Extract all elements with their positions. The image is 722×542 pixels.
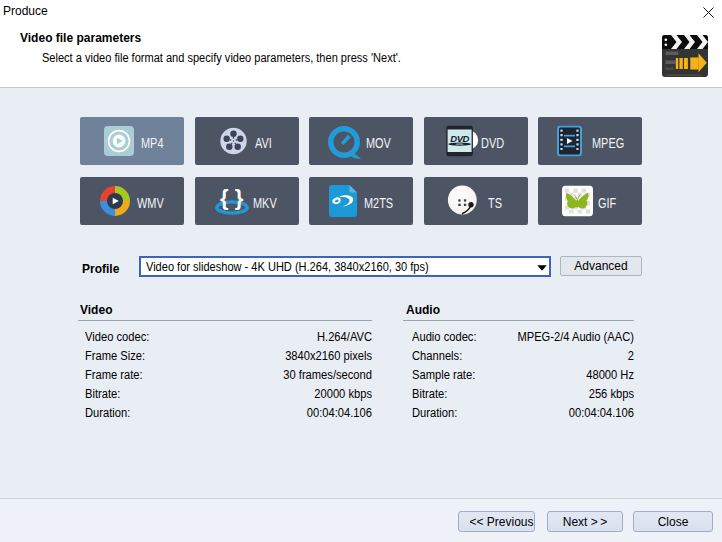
svg-text:{ }: { } (220, 185, 244, 210)
svg-text:DVD: DVD (450, 133, 469, 144)
